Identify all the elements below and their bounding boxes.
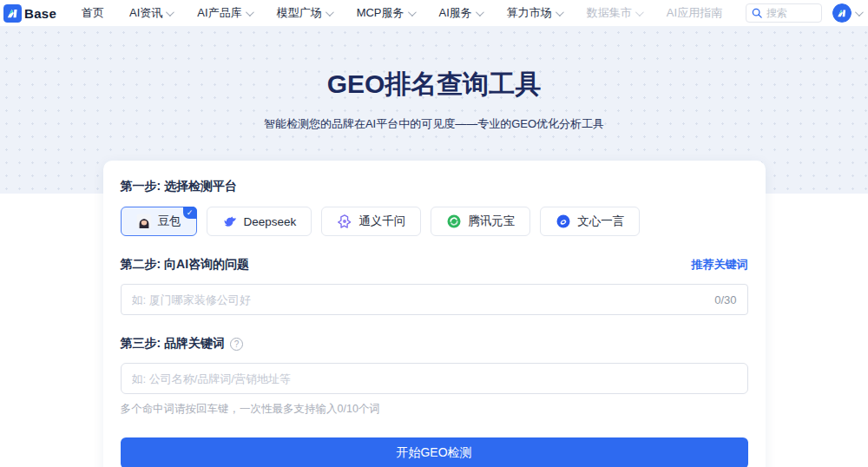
nav-item-ai-app-guide[interactable]: AI应用指南 (667, 5, 722, 21)
platform-label: Deepseek (244, 215, 297, 228)
top-navbar: Base 首页 AI资讯 AI产品库 模型广场 MCP服务 AI服务 算力市场 (0, 0, 868, 26)
chevron-down-icon (166, 8, 174, 16)
nav-item-mcp-service[interactable]: MCP服务 (357, 5, 414, 21)
nav-item-computing-market[interactable]: 算力市场 (507, 5, 562, 21)
recommend-keywords-link[interactable]: 推荐关键词 (692, 257, 748, 273)
nav-label: AI应用指南 (667, 5, 722, 21)
chevron-down-icon (476, 8, 484, 16)
help-icon[interactable]: ? (230, 338, 243, 351)
nav-item-data-market[interactable]: 数据集市 (587, 5, 641, 21)
aibase-logo-text: Base (24, 6, 56, 21)
nav-label: 算力市场 (507, 5, 552, 21)
search-icon (752, 8, 762, 18)
start-geo-check-button[interactable]: 开始GEO检测 (121, 437, 748, 467)
step2-header: 第二步: 向AI咨询的问题 推荐关键词 (121, 257, 748, 273)
nav-item-home[interactable]: 首页 (82, 5, 104, 21)
nav-label: MCP服务 (357, 5, 404, 21)
platform-label: 文心一言 (577, 214, 624, 229)
nav-label: AI资讯 (129, 5, 162, 21)
search-input[interactable] (766, 7, 812, 19)
keywords-hint: 多个命中词请按回车键，一次性最多支持输入0/10个词 (121, 402, 748, 417)
chevron-down-icon (246, 8, 254, 16)
step1-label: 第一步: 选择检测平台 (121, 179, 748, 194)
nav-label: 首页 (82, 5, 104, 21)
nav-item-model-square[interactable]: 模型广场 (277, 5, 332, 21)
aibase-logo[interactable]: Base (3, 4, 56, 23)
keywords-input[interactable] (121, 363, 748, 394)
step1-label-text: 第一步: 选择检测平台 (121, 179, 238, 194)
deepseek-icon (222, 214, 238, 229)
nav-label: AI产品库 (197, 5, 241, 21)
platform-option-wenxin[interactable]: 文心一言 (540, 207, 640, 236)
step2-label: 第二步: 向AI咨询的问题 (121, 257, 250, 273)
platform-option-qwen[interactable]: 通义千问 (321, 207, 421, 236)
platform-selector: 豆包 ✓ Deepseek 通义千问 腾讯元宝 (121, 207, 748, 236)
nav-right (746, 3, 861, 23)
main-nav: 首页 AI资讯 AI产品库 模型广场 MCP服务 AI服务 算力市场 数据集市 (82, 5, 722, 21)
platform-label: 通义千问 (358, 214, 405, 229)
chevron-down-icon (855, 8, 864, 16)
aibase-logo-icon (3, 4, 22, 23)
chevron-down-icon (635, 8, 644, 16)
platform-option-deepseek[interactable]: Deepseek (207, 207, 312, 236)
chevron-down-icon (408, 8, 417, 16)
platform-option-doubao[interactable]: 豆包 ✓ (121, 207, 197, 236)
step3-label-text: 第三步: 品牌关键词 (121, 336, 226, 352)
nav-label: 模型广场 (277, 5, 322, 21)
check-icon: ✓ (183, 207, 197, 219)
platform-option-yuanbao[interactable]: 腾讯元宝 (431, 207, 530, 236)
keywords-input-wrap (121, 363, 748, 394)
qwen-icon (337, 214, 352, 229)
yuanbao-icon (446, 214, 462, 229)
question-input[interactable] (121, 284, 748, 315)
page-title: GEO排名查询工具 (0, 26, 868, 102)
question-char-counter: 0/30 (714, 293, 736, 306)
doubao-icon (136, 214, 152, 229)
user-menu[interactable] (832, 3, 861, 23)
chevron-down-icon (326, 8, 334, 16)
platform-label: 腾讯元宝 (468, 214, 515, 229)
step2-label-text: 第二步: 向AI咨询的问题 (121, 257, 250, 273)
search-box[interactable] (746, 3, 822, 23)
platform-label: 豆包 (158, 214, 181, 229)
page-subtitle: 智能检测您的品牌在AI平台中的可见度——专业的GEO优化分析工具 (0, 116, 868, 132)
nav-item-ai-news[interactable]: AI资讯 (129, 5, 172, 21)
nav-label: AI服务 (439, 5, 472, 21)
nav-label: 数据集市 (587, 5, 632, 21)
step3-label: 第三步: 品牌关键词 ? (121, 336, 748, 352)
avatar (832, 3, 852, 23)
wenxin-icon (556, 214, 571, 229)
question-input-wrap: 0/30 (121, 284, 748, 315)
nav-item-ai-service[interactable]: AI服务 (439, 5, 482, 21)
geo-tool-card: 第一步: 选择检测平台 豆包 ✓ Deepseek 通义千问 (103, 161, 766, 467)
nav-item-ai-products[interactable]: AI产品库 (197, 5, 251, 21)
chevron-down-icon (556, 8, 564, 16)
